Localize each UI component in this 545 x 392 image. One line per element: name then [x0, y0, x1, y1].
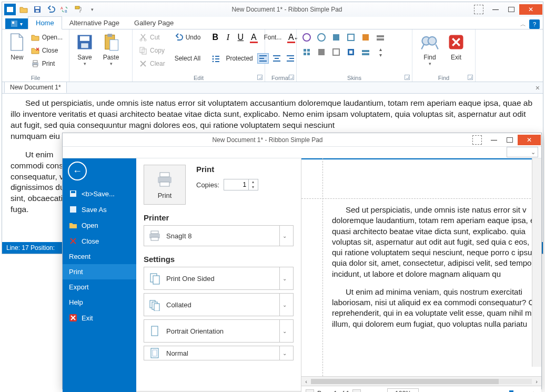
document-tab-close-icon[interactable]: × — [536, 84, 540, 92]
tab-alternative-page[interactable]: Alternative Page — [62, 17, 127, 29]
document-tab[interactable]: New Document 1* — [4, 82, 67, 93]
protected-button[interactable]: Protected — [224, 53, 255, 64]
italic-button[interactable]: I — [223, 33, 233, 42]
skins-dialog-launcher[interactable] — [405, 75, 410, 80]
bold-button[interactable]: B — [210, 33, 220, 42]
next-page-button[interactable]: ► — [352, 389, 361, 393]
close-doc-button[interactable]: Close — [29, 45, 65, 56]
page-indicator: Page 1 of 1 — [317, 390, 349, 393]
print-preview-page[interactable]: Sed ut perspiciatis, unde omnis iste nat… — [301, 158, 541, 376]
ribbon-tab-strip: ▾ Home Alternative Page Gallery Page ︿ ? — [2, 17, 543, 29]
undo-button[interactable]: Undo — [173, 32, 203, 43]
format-dialog-launcher[interactable] — [289, 75, 294, 80]
svg-rect-10 — [33, 61, 37, 63]
minimize-button[interactable]: — — [488, 4, 503, 15]
open-button[interactable]: Open... — [29, 32, 65, 43]
collapse-ribbon-icon[interactable]: ︿ — [520, 21, 526, 28]
qat-replace-icon[interactable]: AB — [59, 4, 70, 15]
exit-button[interactable]: Exit — [443, 32, 469, 73]
select-all-button[interactable]: Select All — [173, 53, 203, 64]
print-close-button[interactable]: ✕ — [518, 135, 541, 145]
bs-open[interactable]: Open — [63, 217, 136, 233]
collate-combo[interactable]: Collated ⌄ — [144, 293, 294, 316]
svg-rect-27 — [215, 61, 219, 62]
edit-dialog-launcher[interactable] — [257, 75, 263, 80]
qat-save-icon[interactable] — [32, 4, 43, 15]
sides-combo[interactable]: Print One Sided ⌄ — [144, 267, 294, 290]
close-button[interactable]: ✕ — [519, 4, 542, 15]
find-dialog-launcher[interactable] — [468, 75, 473, 80]
qat-open-icon[interactable] — [18, 4, 29, 15]
underline-button[interactable]: U — [235, 33, 246, 42]
file-tab[interactable]: ▾ — [5, 18, 28, 29]
printer-dropdown-icon[interactable]: ⌄ — [279, 226, 289, 246]
bullets-button[interactable] — [210, 53, 221, 64]
zoom-out-button[interactable]: − — [458, 390, 466, 393]
group-skins: ▴▾ Skins — [297, 29, 412, 82]
group-edit: Cut Copy Clear Undo Select All B I U A F… — [133, 29, 265, 82]
zoom-slider[interactable]: − + — [458, 390, 537, 393]
help-button[interactable]: ? — [529, 19, 540, 29]
document-tabs: New Document 1* × — [2, 82, 543, 94]
copies-label: Copies: — [196, 181, 219, 189]
print-ribbon-options-icon[interactable] — [472, 135, 482, 145]
ribbon: New Open... Close Print File Save▾ Paste… — [2, 29, 543, 82]
bs-save-as[interactable]: Save As — [63, 202, 136, 217]
tab-gallery-page[interactable]: Gallery Page — [127, 17, 181, 29]
svg-text:B: B — [65, 9, 67, 13]
ribbon-display-options-icon[interactable] — [474, 5, 483, 14]
bs-save[interactable]: <b>Save... — [63, 186, 136, 202]
orientation-combo[interactable]: Portrait Orientation ⌄ — [144, 319, 294, 343]
paste-button[interactable]: Paste▾ — [98, 32, 124, 73]
print-minimize-button[interactable]: — — [486, 135, 502, 145]
find-button[interactable]: Find▾ — [417, 32, 443, 73]
copy-button[interactable]: Copy — [137, 45, 167, 56]
zoom-in-button[interactable]: + — [530, 390, 537, 393]
bs-help[interactable]: Help — [63, 295, 136, 310]
preview-hscrollbar[interactable]: ‹› — [301, 376, 541, 386]
zoom-value[interactable]: 100% — [387, 388, 419, 393]
svg-rect-52 — [362, 50, 369, 52]
svg-rect-3 — [36, 10, 39, 12]
skins-gallery[interactable]: ▴▾ — [301, 32, 387, 73]
copies-input[interactable] — [224, 180, 248, 189]
svg-rect-46 — [304, 53, 306, 55]
backstage-back-button[interactable]: ← — [68, 162, 87, 180]
app-icon[interactable] — [4, 4, 16, 15]
printer-combo[interactable]: SnagIt 8 ⌄ — [144, 225, 294, 246]
bs-close[interactable]: Close — [63, 233, 136, 249]
margins-combo[interactable]: Normal ⌄ — [144, 346, 294, 360]
cut-button[interactable]: Cut — [137, 32, 167, 43]
svg-rect-23 — [215, 56, 219, 57]
print-maximize-button[interactable] — [502, 135, 518, 145]
prev-page-button[interactable]: ◄ — [306, 389, 314, 393]
group-format: Format — [265, 29, 297, 82]
svg-rect-25 — [215, 58, 219, 59]
copies-spinner[interactable]: ▴▾ — [224, 179, 258, 190]
bs-exit[interactable]: Exit — [63, 310, 136, 326]
font-color-button[interactable]: A — [248, 33, 259, 42]
save-button[interactable]: Save▾ — [72, 32, 98, 73]
new-button[interactable]: New — [6, 32, 28, 73]
qat-undo-icon[interactable] — [45, 4, 57, 15]
preview-vscrollbar[interactable] — [532, 158, 541, 367]
svg-text:A: A — [60, 6, 63, 10]
clear-button[interactable]: Clear — [137, 58, 167, 69]
quick-access-toolbar: AB ▾ — [2, 4, 100, 15]
print-ribbon-dropdown[interactable]: ⌄ — [507, 147, 538, 157]
qat-dropdown-icon[interactable]: ▾ — [86, 4, 98, 15]
qat-paint-icon[interactable] — [73, 4, 84, 15]
group-find: Find▾ Exit Find — [412, 29, 476, 82]
bs-recent[interactable]: Recent — [63, 249, 136, 264]
maximize-button[interactable] — [503, 4, 519, 15]
bs-print[interactable]: Print — [63, 264, 136, 279]
print-action-button[interactable]: Print — [144, 165, 186, 205]
copies-up[interactable]: ▴ — [248, 179, 257, 185]
bs-export[interactable]: Export — [63, 279, 136, 295]
svg-rect-65 — [151, 231, 158, 234]
print-button[interactable]: Print — [29, 58, 65, 69]
main-titlebar: AB ▾ New Document 1* - Ribbon Simple Pad… — [2, 2, 543, 17]
svg-point-26 — [213, 61, 214, 63]
copies-down[interactable]: ▾ — [248, 185, 257, 190]
tab-home[interactable]: Home — [28, 16, 62, 29]
